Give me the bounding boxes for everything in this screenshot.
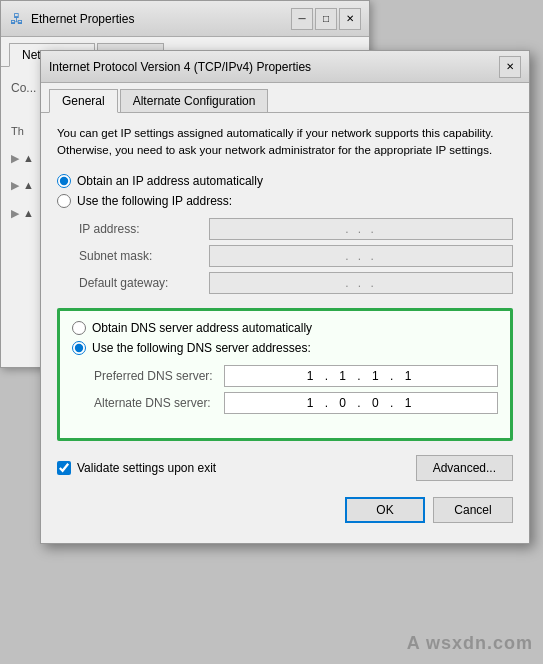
subnet-mask-row: Subnet mask: <box>79 245 513 267</box>
validate-label: Validate settings upon exit <box>77 461 216 475</box>
auto-ip-radio[interactable] <box>57 174 71 188</box>
ip-radio-group: Obtain an IP address automatically Use t… <box>57 174 513 208</box>
validate-checkbox[interactable] <box>57 461 71 475</box>
preferred-dns-input[interactable] <box>224 365 498 387</box>
manual-ip-radio-item[interactable]: Use the following IP address: <box>57 194 513 208</box>
subnet-mask-label: Subnet mask: <box>79 249 209 263</box>
ipv4-titlebar: Internet Protocol Version 4 (TCP/IPv4) P… <box>41 51 529 83</box>
manual-dns-radio[interactable] <box>72 341 86 355</box>
default-gateway-label: Default gateway: <box>79 276 209 290</box>
ok-button[interactable]: OK <box>345 497 425 523</box>
ip-address-label: IP address: <box>79 222 209 236</box>
ipv4-dialog-title: Internet Protocol Version 4 (TCP/IPv4) P… <box>49 60 311 74</box>
tab-alternate-configuration[interactable]: Alternate Configuration <box>120 89 269 112</box>
auto-ip-radio-item[interactable]: Obtain an IP address automatically <box>57 174 513 188</box>
ethernet-titlebar: 🖧 Ethernet Properties ─ □ ✕ <box>1 1 369 37</box>
ipv4-tab-bar: General Alternate Configuration <box>41 83 529 113</box>
ipv4-body: You can get IP settings assigned automat… <box>41 113 529 543</box>
ethernet-window-title: Ethernet Properties <box>31 12 134 26</box>
network-icon: 🖧 <box>10 11 24 27</box>
dns-fields: Preferred DNS server: Alternate DNS serv… <box>94 365 498 414</box>
minimize-button[interactable]: ─ <box>291 8 313 30</box>
cancel-button[interactable]: Cancel <box>433 497 513 523</box>
dns-section: Obtain DNS server address automatically … <box>57 308 513 441</box>
ethernet-icon: 🖧 <box>9 11 25 27</box>
preferred-dns-label: Preferred DNS server: <box>94 369 224 383</box>
validate-row: Validate settings upon exit <box>57 461 216 475</box>
ipv4-close-button[interactable]: ✕ <box>499 56 521 78</box>
ip-fields: IP address: Subnet mask: Default gateway… <box>79 218 513 294</box>
ethernet-window-controls: ─ □ ✕ <box>291 8 361 30</box>
auto-dns-radio[interactable] <box>72 321 86 335</box>
alternate-dns-label: Alternate DNS server: <box>94 396 224 410</box>
alternate-dns-row: Alternate DNS server: <box>94 392 498 414</box>
auto-dns-radio-item[interactable]: Obtain DNS server address automatically <box>72 321 498 335</box>
dns-radio-group: Obtain DNS server address automatically … <box>72 321 498 355</box>
maximize-button[interactable]: □ <box>315 8 337 30</box>
manual-ip-label: Use the following IP address: <box>77 194 232 208</box>
alternate-dns-input[interactable] <box>224 392 498 414</box>
manual-dns-label: Use the following DNS server addresses: <box>92 341 311 355</box>
auto-ip-label: Obtain an IP address automatically <box>77 174 263 188</box>
default-gateway-input <box>209 272 513 294</box>
titlebar-left: 🖧 Ethernet Properties <box>9 11 134 27</box>
dialog-button-row: OK Cancel <box>57 493 513 531</box>
content-placeholder: Co... <box>11 81 36 95</box>
advanced-button[interactable]: Advanced... <box>416 455 513 481</box>
preferred-dns-row: Preferred DNS server: <box>94 365 498 387</box>
ipv4-properties-dialog: Internet Protocol Version 4 (TCP/IPv4) P… <box>40 50 530 544</box>
default-gateway-row: Default gateway: <box>79 272 513 294</box>
manual-ip-radio[interactable] <box>57 194 71 208</box>
subnet-mask-input <box>209 245 513 267</box>
ipv4-content: General Alternate Configuration You can … <box>41 83 529 543</box>
info-text: You can get IP settings assigned automat… <box>57 125 513 160</box>
auto-dns-label: Obtain DNS server address automatically <box>92 321 312 335</box>
ip-address-row: IP address: <box>79 218 513 240</box>
tab-general[interactable]: General <box>49 89 118 113</box>
manual-dns-radio-item[interactable]: Use the following DNS server addresses: <box>72 341 498 355</box>
ip-address-input <box>209 218 513 240</box>
ipv4-window-controls: ✕ <box>499 56 521 78</box>
watermark: A wsxdn.com <box>407 633 533 654</box>
close-button[interactable]: ✕ <box>339 8 361 30</box>
